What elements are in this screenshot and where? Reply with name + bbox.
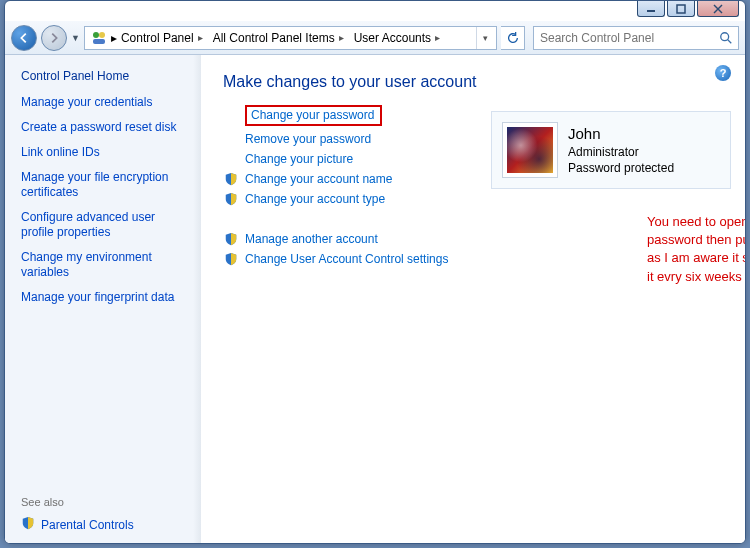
breadcrumb-label: All Control Panel Items [213,31,335,45]
history-chevron-icon[interactable]: ▼ [71,33,80,43]
svg-point-7 [721,32,729,40]
annotation-text: You need to open this and enter the exis… [647,213,746,286]
sidebar-link-encryption-certs[interactable]: Manage your file encryption certificates [21,170,191,200]
breadcrumb-label: User Accounts [354,31,431,45]
shield-icon [223,232,239,246]
breadcrumb-label: Control Panel [121,31,194,45]
search-box[interactable] [533,26,739,50]
address-dropdown[interactable]: ▾ [476,27,494,49]
user-role: Administrator [568,145,674,161]
chevron-right-icon: ▸ [435,32,440,43]
user-info: John Administrator Password protected [568,124,674,177]
breadcrumb-all-items[interactable]: All Control Panel Items ▸ [209,27,350,49]
shield-icon [223,192,239,206]
action-link-label: Change User Account Control settings [245,252,448,266]
svg-point-5 [99,32,105,38]
page-title: Make changes to your user account [223,73,731,91]
sidebar: Control Panel Home Manage your credentia… [5,55,201,543]
maximize-button[interactable] [667,1,695,17]
svg-point-4 [93,32,99,38]
user-accounts-icon [91,30,107,46]
action-link-label: Remove your password [245,132,371,146]
sidebar-link-credentials[interactable]: Manage your credentials [21,95,191,110]
svg-rect-1 [677,5,685,13]
search-icon[interactable] [718,31,734,45]
shield-icon [21,516,35,533]
sidebar-link-env-variables[interactable]: Change my environment variables [21,250,191,280]
action-link-label: Change your picture [245,152,353,166]
forward-button[interactable] [41,25,67,51]
chevron-right-icon: ▸ [339,32,344,43]
sidebar-link-fingerprint[interactable]: Manage your fingerprint data [21,290,191,305]
search-input[interactable] [538,30,718,46]
see-also-label: See also [21,496,191,508]
help-icon[interactable]: ? [715,65,731,81]
action-link-label: Change your account name [245,172,392,186]
user-status: Password protected [568,161,674,177]
parental-controls-label: Parental Controls [41,518,134,532]
chevron-right-icon: ▸ [198,32,203,43]
svg-line-8 [728,39,732,43]
back-button[interactable] [11,25,37,51]
breadcrumb-control-panel[interactable]: Control Panel ▸ [117,27,209,49]
action-link-label: Change your password [251,108,374,122]
sidebar-link-password-reset-disk[interactable]: Create a password reset disk [21,120,191,135]
avatar-image [507,127,553,173]
titlebar [5,1,745,21]
action-link-label: Change your account type [245,192,385,206]
close-button[interactable] [697,1,739,17]
main-panel: ? Make changes to your user account Chan… [201,55,745,543]
sidebar-link-advanced-profile[interactable]: Configure advanced user profile properti… [21,210,191,240]
user-name: John [568,124,674,144]
shield-icon [223,172,239,186]
nav-toolbar: ▼ ▸ Control Panel ▸ All Control Panel It… [5,21,745,55]
sidebar-link-online-ids[interactable]: Link online IDs [21,145,191,160]
refresh-button[interactable] [501,26,525,50]
avatar[interactable] [502,122,558,178]
svg-rect-6 [93,39,105,44]
address-bar[interactable]: ▸ Control Panel ▸ All Control Panel Item… [84,26,497,50]
action-change-type[interactable]: Change your account type [223,192,731,206]
content-area: Control Panel Home Manage your credentia… [5,55,745,543]
user-card: John Administrator Password protected [491,111,731,189]
parental-controls-link[interactable]: Parental Controls [21,516,191,533]
action-link-label: Manage another account [245,232,378,246]
minimize-button[interactable] [637,1,665,17]
control-panel-home[interactable]: Control Panel Home [21,69,191,83]
shield-icon [223,252,239,266]
breadcrumb-user-accounts[interactable]: User Accounts ▸ [350,27,446,49]
window-frame: ▼ ▸ Control Panel ▸ All Control Panel It… [4,0,746,544]
